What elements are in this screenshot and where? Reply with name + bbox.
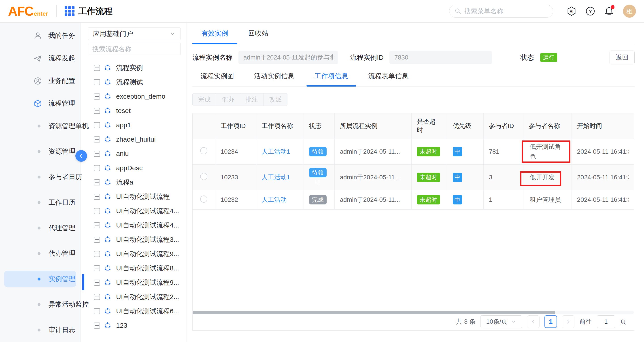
bullet-dot-icon [38,150,40,153]
ai-assistant-icon[interactable]: AI [566,6,576,16]
tree-item[interactable]: 流程a [80,175,186,190]
sidebar-item-participant-calendar[interactable]: 参与者日历 [0,169,80,191]
app-selector-value: 应用基础门户 [93,29,169,38]
menu-search-input[interactable] [464,8,548,15]
instance-name-field[interactable] [238,51,338,64]
app-selector-dropdown[interactable]: 应用基础门户 [88,28,181,40]
sidebar-item-business-config[interactable]: 业务配置 [0,70,80,92]
expand-plus-icon[interactable] [94,65,100,71]
sidebar-item-todo-mgmt[interactable]: 代办管理 [0,245,80,268]
expand-plus-icon[interactable] [94,237,100,243]
tree-item-label: UI自动化测试流程 [116,192,170,201]
page-number-current[interactable]: 1 [544,316,557,328]
tab-form-info[interactable]: 流程表单信息 [360,68,416,86]
tab-recycle-bin[interactable]: 回收站 [239,29,277,44]
sidebar-item-agent-mgmt[interactable]: 代理管理 [0,220,80,242]
workitem-action-group: 完成 催办 批注 改派 [192,93,288,106]
instance-id-field[interactable] [390,51,492,64]
tree-item[interactable]: appDesc [80,161,186,175]
next-page-button[interactable] [562,316,574,328]
tab-activity-info[interactable]: 活动实例信息 [246,68,302,86]
expand-plus-icon[interactable] [94,122,100,128]
tree-item[interactable]: 流程实例 [80,60,186,75]
sidebar-item-my-tasks[interactable]: 我的任务 [0,24,80,47]
reassign-button[interactable]: 改派 [264,93,288,106]
sidebar-item-exception-monitor[interactable]: 异常活动监控 [0,296,80,319]
sidebar-item-process-start[interactable]: 流程发起 [0,47,80,70]
expand-plus-icon[interactable] [94,165,100,171]
expand-plus-icon[interactable] [94,94,100,100]
cell-workitem-id: 10233 [215,164,256,190]
sidebar-item-resource-mgmt-single[interactable]: 资源管理单机 [0,118,80,140]
tree-item-label: exception_demo [116,92,165,100]
tab-instance-diagram[interactable]: 流程实例图 [192,68,242,86]
tree-item[interactable]: UI自动化测试流程9... [80,275,186,290]
process-node-icon [104,93,111,100]
sidebar-collapse-button[interactable] [76,150,87,162]
expand-plus-icon[interactable] [94,251,100,257]
expand-plus-icon[interactable] [94,79,100,85]
expand-plus-icon[interactable] [94,294,100,300]
tree-item-label: UI自动化测试流程4... [116,206,179,216]
row-radio[interactable] [200,147,207,154]
prev-page-button[interactable] [527,316,540,328]
expand-plus-icon[interactable] [94,308,100,314]
tree-item[interactable]: UI自动化测试流程9... [80,247,186,261]
annotate-button[interactable]: 批注 [240,93,264,106]
instance-detail-tabs: 流程实例图 活动实例信息 工作项信息 流程表单信息 [192,68,634,86]
back-button[interactable]: 返回 [610,50,634,64]
page-size-dropdown[interactable]: 10条/页 [480,316,522,328]
process-node-icon [104,179,111,186]
tree-item[interactable]: 流程测试 [80,75,186,89]
tab-valid-instances[interactable]: 有效实例 [192,29,237,44]
tab-workitem-info[interactable]: 工作项信息 [306,68,356,86]
help-icon[interactable]: ? [586,6,595,16]
tree-item[interactable]: aniu [80,146,186,161]
expand-plus-icon[interactable] [94,208,100,214]
sidebar-item-resource-mgmt[interactable]: 资源管理 [0,144,80,166]
notifications-bell-icon[interactable] [604,6,614,16]
expand-plus-icon[interactable] [94,136,100,142]
expand-plus-icon[interactable] [94,194,100,200]
process-search-input[interactable] [92,46,177,53]
sidebar-item-instance-mgmt[interactable]: 实例管理 [0,271,80,293]
scrollbar-thumb[interactable] [193,311,555,314]
expand-plus-icon[interactable] [94,180,100,186]
tree-item[interactable]: UI自动化测试流程 [80,190,186,204]
expand-plus-icon[interactable] [94,108,100,114]
goto-page-input[interactable] [597,316,615,328]
urge-button[interactable]: 催办 [216,93,240,106]
tree-item[interactable]: teset [80,104,186,118]
sidebar-item-work-calendar[interactable]: 工作日历 [0,194,80,217]
radio-column-header [192,113,215,139]
workitem-link[interactable]: 人工活动1 [262,174,290,181]
expand-plus-icon[interactable] [94,322,100,328]
row-radio[interactable] [200,173,207,180]
tree-item[interactable]: app1 [80,118,186,132]
tree-item[interactable]: UI自动化测试流程4... [80,204,186,218]
expand-plus-icon[interactable] [94,151,100,157]
expand-plus-icon[interactable] [94,280,100,286]
sidebar-item-audit-log[interactable]: 审计日志 [0,322,80,342]
sidebar-subitem-label: 代办管理 [48,249,76,258]
tree-item[interactable]: 123 [80,318,186,332]
workitem-link[interactable]: 人工活动1 [262,148,290,155]
afcenter-logo[interactable]: AFC enter [8,5,48,18]
tree-item[interactable]: UI自动化测试流程3... [80,232,186,247]
cube-icon [34,99,42,108]
expand-plus-icon[interactable] [94,222,100,228]
tree-item[interactable]: UI自动化测试流程8... [80,261,186,275]
tree-item[interactable]: exception_demo [80,89,186,104]
sidebar-item-process-management[interactable]: 流程管理 [0,92,80,115]
user-avatar[interactable]: 租 [623,5,636,18]
expand-plus-icon[interactable] [94,265,100,271]
complete-button[interactable]: 完成 [192,93,216,106]
tree-item[interactable]: UI自动化测试流程6... [80,304,186,318]
timeout-badge: 未超时 [417,173,440,182]
row-radio[interactable] [200,196,207,203]
workitem-link[interactable]: 人工活动 [262,196,287,203]
tree-item-label: appDesc [116,164,142,172]
tree-item[interactable]: zhaoel_huitui [80,132,186,146]
tree-item[interactable]: UI自动化测试流程2... [80,290,186,304]
tree-item[interactable]: UI自动化测试流程4... [80,218,186,232]
